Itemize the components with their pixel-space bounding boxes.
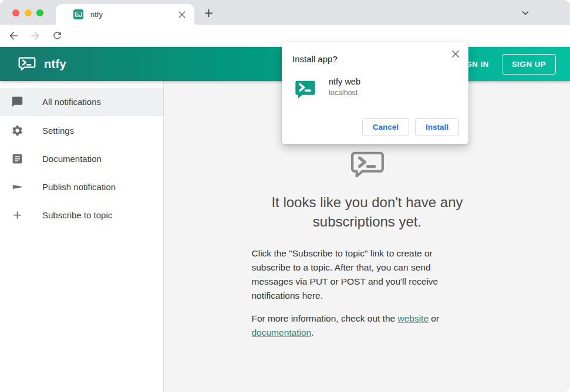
gear-icon [11, 124, 23, 137]
cancel-button[interactable]: Cancel [362, 118, 409, 136]
sidebar-item-label: Documentation [42, 154, 102, 164]
minimize-window-button[interactable] [25, 9, 32, 16]
empty-state-paragraph: Click the "Subscribe to topic" link to c… [252, 246, 454, 303]
sidebar-item-label: Settings [42, 126, 74, 136]
tab-close-icon[interactable] [177, 9, 187, 20]
tab-title: ntfy [90, 10, 177, 19]
sign-up-button[interactable]: SIGN UP [502, 54, 556, 75]
browser-window: ntfy [0, 0, 570, 392]
dialog-close-icon[interactable] [450, 48, 461, 60]
browser-tab-ntfy[interactable]: ntfy [56, 4, 194, 25]
sidebar: All notifications Settings Documentation… [0, 81, 164, 392]
dialog-app-origin: localhost [329, 89, 357, 97]
brand-name: ntfy [44, 58, 66, 71]
sidebar-item-publish-notification[interactable]: Publish notification [0, 173, 163, 201]
empty-state-heading: It looks like you don't have any subscri… [253, 192, 482, 231]
info-text: . [311, 327, 313, 337]
new-tab-button[interactable] [202, 6, 215, 19]
empty-state-info: For more information, check out the webs… [252, 312, 454, 340]
dialog-title: Install app? [292, 54, 338, 64]
info-text: or [429, 313, 439, 323]
sidebar-item-all-notifications[interactable]: All notifications [0, 88, 163, 116]
send-icon [11, 180, 23, 193]
plus-icon [11, 208, 23, 221]
sidebar-item-label: Publish notification [42, 182, 116, 192]
ntfy-favicon-icon [73, 9, 83, 19]
install-app-dialog: Install app? ntfy web localhost Cancel I… [282, 42, 468, 144]
sidebar-item-subscribe-to-topic[interactable]: Subscribe to topic [0, 201, 163, 229]
back-icon[interactable] [8, 30, 19, 42]
tab-search-chevron-icon[interactable] [519, 6, 532, 19]
forward-icon [29, 30, 41, 42]
dialog-app-name: ntfy web [329, 77, 360, 86]
ntfy-logo-icon [18, 55, 36, 73]
reload-icon[interactable] [52, 30, 63, 42]
install-button[interactable]: Install [415, 118, 459, 136]
ntfy-empty-state-icon [349, 147, 386, 183]
article-icon [11, 152, 23, 165]
tab-strip: ntfy [0, 0, 570, 25]
chat-icon [11, 96, 23, 109]
website-link[interactable]: website [397, 313, 429, 323]
sidebar-item-documentation[interactable]: Documentation [0, 144, 163, 173]
info-text: For more information, check out the [252, 313, 398, 323]
sidebar-item-label: Subscribe to topic [42, 210, 112, 220]
fullscreen-window-button[interactable] [36, 9, 43, 16]
documentation-link[interactable]: documentation [252, 327, 312, 337]
sidebar-item-label: All notifications [42, 97, 101, 107]
ntfy-app-icon [294, 77, 317, 101]
sidebar-item-settings[interactable]: Settings [0, 116, 163, 144]
close-window-button[interactable] [12, 9, 19, 16]
